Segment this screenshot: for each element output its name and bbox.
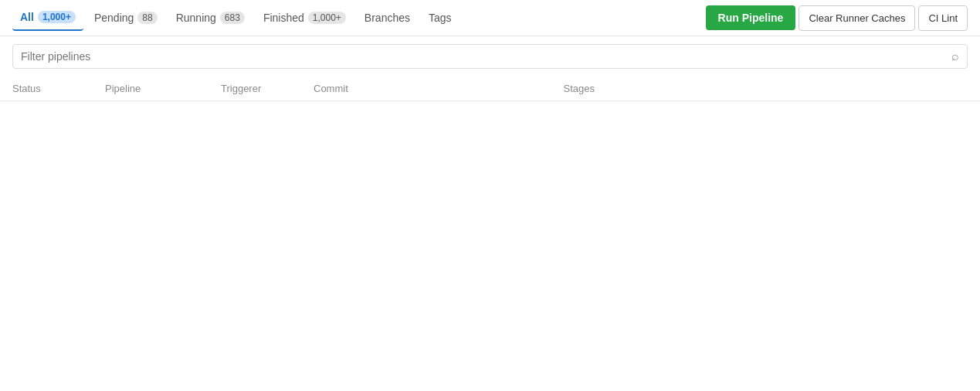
header-commit: Commit (314, 83, 564, 94)
header-pipeline: Pipeline (105, 83, 221, 94)
tab-running-label: Running (176, 12, 216, 24)
header-status: Status (12, 83, 105, 94)
filter-input-wrap: ⌕ (12, 44, 968, 69)
tab-pending[interactable]: Pending 88 (86, 5, 165, 30)
header-actions (813, 83, 968, 94)
tab-running-badge: 683 (220, 12, 245, 24)
header-triggerer: Triggerer (221, 83, 314, 94)
tab-all[interactable]: All 1,000+ (12, 5, 83, 31)
tab-tags-label: Tags (429, 12, 452, 24)
tab-branches[interactable]: Branches (357, 5, 418, 30)
filter-input[interactable] (21, 50, 951, 63)
tab-pending-label: Pending (94, 12, 134, 24)
search-icon: ⌕ (951, 49, 959, 63)
tab-finished[interactable]: Finished 1,000+ (256, 5, 354, 30)
header-stages: Stages (564, 83, 814, 94)
tab-running[interactable]: Running 683 (168, 5, 253, 30)
tab-finished-label: Finished (263, 12, 304, 24)
table-header: Status Pipeline Triggerer Commit Stages (0, 76, 980, 101)
ci-lint-button[interactable]: CI Lint (918, 5, 968, 31)
tab-all-badge: 1,000+ (38, 11, 76, 23)
top-bar: All 1,000+ Pending 88 Running 683 Finish… (0, 0, 980, 36)
search-button[interactable]: ⌕ (951, 49, 959, 63)
tab-all-label: All (20, 11, 34, 23)
tab-pending-badge: 88 (137, 12, 157, 24)
filter-bar: ⌕ (0, 36, 980, 76)
tab-branches-label: Branches (365, 12, 410, 24)
clear-caches-button[interactable]: Clear Runner Caches (799, 5, 915, 31)
tab-finished-badge: 1,000+ (308, 12, 346, 24)
tab-tags[interactable]: Tags (421, 5, 459, 30)
run-pipeline-button[interactable]: Run Pipeline (706, 5, 796, 30)
